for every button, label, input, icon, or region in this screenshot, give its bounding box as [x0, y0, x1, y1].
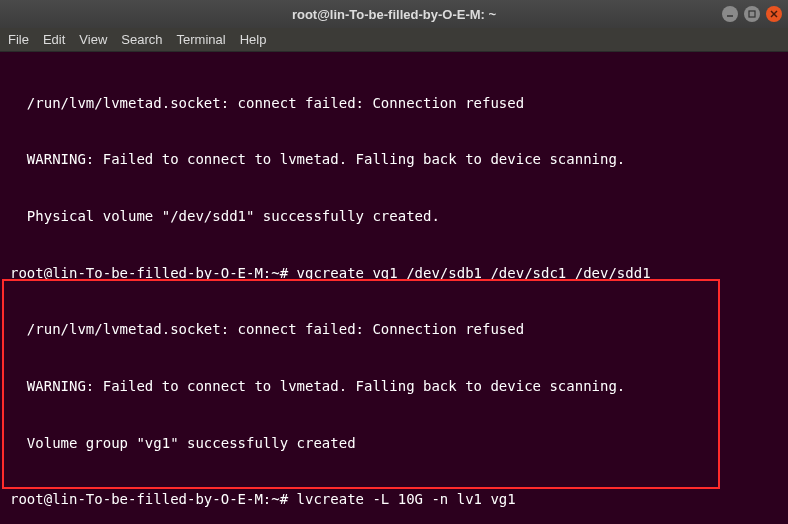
svg-rect-1: [749, 11, 755, 17]
terminal-line: WARNING: Failed to connect to lvmetad. F…: [10, 150, 782, 169]
menu-file[interactable]: File: [8, 32, 29, 47]
terminal-content[interactable]: /run/lvm/lvmetad.socket: connect failed:…: [0, 52, 788, 524]
minimize-button[interactable]: [722, 6, 738, 22]
maximize-button[interactable]: [744, 6, 760, 22]
window-title: root@lin-To-be-filled-by-O-E-M: ~: [292, 7, 496, 22]
menu-search[interactable]: Search: [121, 32, 162, 47]
titlebar: root@lin-To-be-filled-by-O-E-M: ~: [0, 0, 788, 28]
close-button[interactable]: [766, 6, 782, 22]
terminal-line: Volume group "vg1" successfully created: [10, 434, 782, 453]
terminal-line: /run/lvm/lvmetad.socket: connect failed:…: [10, 320, 782, 339]
menu-edit[interactable]: Edit: [43, 32, 65, 47]
terminal-line: WARNING: Failed to connect to lvmetad. F…: [10, 377, 782, 396]
window-controls: [722, 6, 782, 22]
menu-view[interactable]: View: [79, 32, 107, 47]
terminal-line: root@lin-To-be-filled-by-O-E-M:~# vgcrea…: [10, 264, 782, 283]
terminal-line: /run/lvm/lvmetad.socket: connect failed:…: [10, 94, 782, 113]
terminal-line: root@lin-To-be-filled-by-O-E-M:~# lvcrea…: [10, 490, 782, 509]
menubar: File Edit View Search Terminal Help: [0, 28, 788, 52]
menu-help[interactable]: Help: [240, 32, 267, 47]
terminal-line: Physical volume "/dev/sdd1" successfully…: [10, 207, 782, 226]
menu-terminal[interactable]: Terminal: [177, 32, 226, 47]
